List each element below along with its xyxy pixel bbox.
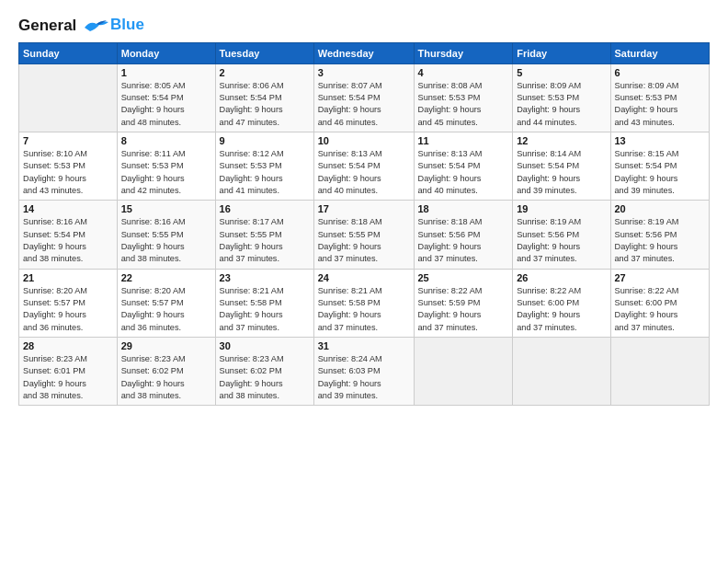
day-number: 4 [418, 67, 509, 78]
calendar-day-header: Thursday [414, 42, 513, 63]
calendar-cell: 24Sunrise: 8:21 AM Sunset: 5:58 PM Dayli… [313, 269, 414, 337]
day-info: Sunrise: 8:11 AM Sunset: 5:53 PM Dayligh… [121, 148, 211, 197]
day-number: 31 [318, 340, 410, 351]
day-number: 10 [318, 135, 410, 146]
day-number: 22 [121, 272, 211, 283]
calendar-cell: 23Sunrise: 8:21 AM Sunset: 5:58 PM Dayli… [215, 269, 313, 337]
calendar-cell: 3Sunrise: 8:07 AM Sunset: 5:54 PM Daylig… [313, 63, 414, 132]
calendar-cell: 21Sunrise: 8:20 AM Sunset: 5:57 PM Dayli… [19, 269, 118, 337]
calendar-cell [513, 338, 610, 406]
day-info: Sunrise: 8:22 AM Sunset: 6:00 PM Dayligh… [615, 285, 706, 334]
day-number: 20 [615, 203, 706, 214]
day-number: 26 [517, 272, 606, 283]
day-number: 16 [220, 203, 310, 214]
calendar-cell: 15Sunrise: 8:16 AM Sunset: 5:55 PM Dayli… [117, 201, 215, 269]
day-number: 18 [418, 203, 509, 214]
calendar-day-header: Tuesday [215, 42, 313, 63]
calendar-cell: 7Sunrise: 8:10 AM Sunset: 5:53 PM Daylig… [19, 132, 118, 200]
calendar-cell: 19Sunrise: 8:19 AM Sunset: 5:56 PM Dayli… [513, 201, 610, 269]
day-info: Sunrise: 8:12 AM Sunset: 5:53 PM Dayligh… [220, 148, 310, 197]
calendar-cell: 11Sunrise: 8:13 AM Sunset: 5:54 PM Dayli… [414, 132, 513, 200]
calendar-cell: 5Sunrise: 8:09 AM Sunset: 5:53 PM Daylig… [513, 63, 610, 132]
calendar-cell: 29Sunrise: 8:23 AM Sunset: 6:02 PM Dayli… [117, 338, 215, 406]
calendar-cell: 17Sunrise: 8:18 AM Sunset: 5:55 PM Dayli… [313, 201, 414, 269]
calendar-cell: 10Sunrise: 8:13 AM Sunset: 5:54 PM Dayli… [313, 132, 414, 200]
logo-line1: General [18, 17, 76, 34]
day-number: 8 [121, 135, 211, 146]
day-info: Sunrise: 8:16 AM Sunset: 5:55 PM Dayligh… [121, 216, 211, 265]
day-info: Sunrise: 8:13 AM Sunset: 5:54 PM Dayligh… [318, 148, 410, 197]
day-info: Sunrise: 8:24 AM Sunset: 6:03 PM Dayligh… [318, 353, 410, 402]
calendar-cell: 25Sunrise: 8:22 AM Sunset: 5:59 PM Dayli… [414, 269, 513, 337]
day-info: Sunrise: 8:20 AM Sunset: 5:57 PM Dayligh… [23, 285, 113, 334]
day-info: Sunrise: 8:16 AM Sunset: 5:54 PM Dayligh… [23, 216, 113, 265]
calendar-week-row: 7Sunrise: 8:10 AM Sunset: 5:53 PM Daylig… [19, 132, 710, 200]
day-number: 27 [615, 272, 706, 283]
calendar-cell: 16Sunrise: 8:17 AM Sunset: 5:55 PM Dayli… [215, 201, 313, 269]
calendar-week-row: 21Sunrise: 8:20 AM Sunset: 5:57 PM Dayli… [19, 269, 710, 337]
day-number: 2 [220, 67, 310, 78]
calendar-cell: 27Sunrise: 8:22 AM Sunset: 6:00 PM Dayli… [610, 269, 710, 337]
day-number: 28 [23, 340, 113, 351]
day-info: Sunrise: 8:19 AM Sunset: 5:56 PM Dayligh… [615, 216, 706, 265]
calendar-cell: 26Sunrise: 8:22 AM Sunset: 6:00 PM Dayli… [513, 269, 610, 337]
day-number: 13 [615, 135, 706, 146]
day-number: 11 [418, 135, 509, 146]
day-number: 17 [318, 203, 410, 214]
day-number: 1 [121, 67, 211, 78]
calendar-cell: 4Sunrise: 8:08 AM Sunset: 5:53 PM Daylig… [414, 63, 513, 132]
day-info: Sunrise: 8:22 AM Sunset: 6:00 PM Dayligh… [517, 285, 606, 334]
day-number: 9 [220, 135, 310, 146]
day-number: 19 [517, 203, 606, 214]
calendar-table: SundayMondayTuesdayWednesdayThursdayFrid… [18, 42, 710, 407]
day-info: Sunrise: 8:23 AM Sunset: 6:01 PM Dayligh… [23, 353, 113, 402]
calendar-day-header: Sunday [19, 42, 118, 63]
day-info: Sunrise: 8:20 AM Sunset: 5:57 PM Dayligh… [121, 285, 211, 334]
day-number: 6 [615, 67, 706, 78]
day-number: 24 [318, 272, 410, 283]
calendar-cell [19, 63, 118, 132]
day-info: Sunrise: 8:21 AM Sunset: 5:58 PM Dayligh… [220, 285, 310, 334]
day-info: Sunrise: 8:18 AM Sunset: 5:55 PM Dayligh… [318, 216, 410, 265]
calendar-cell: 18Sunrise: 8:18 AM Sunset: 5:56 PM Dayli… [414, 201, 513, 269]
day-number: 7 [23, 135, 113, 146]
day-info: Sunrise: 8:09 AM Sunset: 5:53 PM Dayligh… [517, 80, 606, 129]
day-number: 29 [121, 340, 211, 351]
calendar-cell: 30Sunrise: 8:23 AM Sunset: 6:02 PM Dayli… [215, 338, 313, 406]
day-info: Sunrise: 8:17 AM Sunset: 5:55 PM Dayligh… [220, 216, 310, 265]
calendar-cell: 14Sunrise: 8:16 AM Sunset: 5:54 PM Dayli… [19, 201, 118, 269]
day-info: Sunrise: 8:23 AM Sunset: 6:02 PM Dayligh… [121, 353, 211, 402]
calendar-week-row: 1Sunrise: 8:05 AM Sunset: 5:54 PM Daylig… [19, 63, 710, 132]
logo-bird-icon [83, 18, 110, 35]
calendar-day-header: Saturday [610, 42, 710, 63]
calendar-cell: 8Sunrise: 8:11 AM Sunset: 5:53 PM Daylig… [117, 132, 215, 200]
calendar-week-row: 28Sunrise: 8:23 AM Sunset: 6:01 PM Dayli… [19, 338, 710, 406]
calendar-day-header: Wednesday [313, 42, 414, 63]
day-info: Sunrise: 8:15 AM Sunset: 5:54 PM Dayligh… [615, 148, 706, 197]
day-number: 30 [220, 340, 310, 351]
day-info: Sunrise: 8:08 AM Sunset: 5:53 PM Dayligh… [418, 80, 509, 129]
day-number: 14 [23, 203, 113, 214]
calendar-cell [610, 338, 710, 406]
day-info: Sunrise: 8:19 AM Sunset: 5:56 PM Dayligh… [517, 216, 606, 265]
day-info: Sunrise: 8:23 AM Sunset: 6:02 PM Dayligh… [220, 353, 310, 402]
calendar-cell: 1Sunrise: 8:05 AM Sunset: 5:54 PM Daylig… [117, 63, 215, 132]
day-info: Sunrise: 8:14 AM Sunset: 5:54 PM Dayligh… [517, 148, 606, 197]
calendar-cell: 6Sunrise: 8:09 AM Sunset: 5:53 PM Daylig… [610, 63, 710, 132]
day-info: Sunrise: 8:06 AM Sunset: 5:54 PM Dayligh… [220, 80, 310, 129]
day-number: 15 [121, 203, 211, 214]
day-number: 21 [23, 272, 113, 283]
day-info: Sunrise: 8:07 AM Sunset: 5:54 PM Dayligh… [318, 80, 410, 129]
day-number: 5 [517, 67, 606, 78]
calendar-cell: 12Sunrise: 8:14 AM Sunset: 5:54 PM Dayli… [513, 132, 610, 200]
calendar-cell: 22Sunrise: 8:20 AM Sunset: 5:57 PM Dayli… [117, 269, 215, 337]
calendar-cell: 9Sunrise: 8:12 AM Sunset: 5:53 PM Daylig… [215, 132, 313, 200]
calendar-cell: 13Sunrise: 8:15 AM Sunset: 5:54 PM Dayli… [610, 132, 710, 200]
calendar-cell: 28Sunrise: 8:23 AM Sunset: 6:01 PM Dayli… [19, 338, 118, 406]
day-number: 3 [318, 67, 410, 78]
calendar-week-row: 14Sunrise: 8:16 AM Sunset: 5:54 PM Dayli… [19, 201, 710, 269]
logo-line2: Blue [110, 16, 144, 33]
calendar-body: 1Sunrise: 8:05 AM Sunset: 5:54 PM Daylig… [19, 63, 710, 406]
day-info: Sunrise: 8:13 AM Sunset: 5:54 PM Dayligh… [418, 148, 509, 197]
day-info: Sunrise: 8:21 AM Sunset: 5:58 PM Dayligh… [318, 285, 410, 334]
